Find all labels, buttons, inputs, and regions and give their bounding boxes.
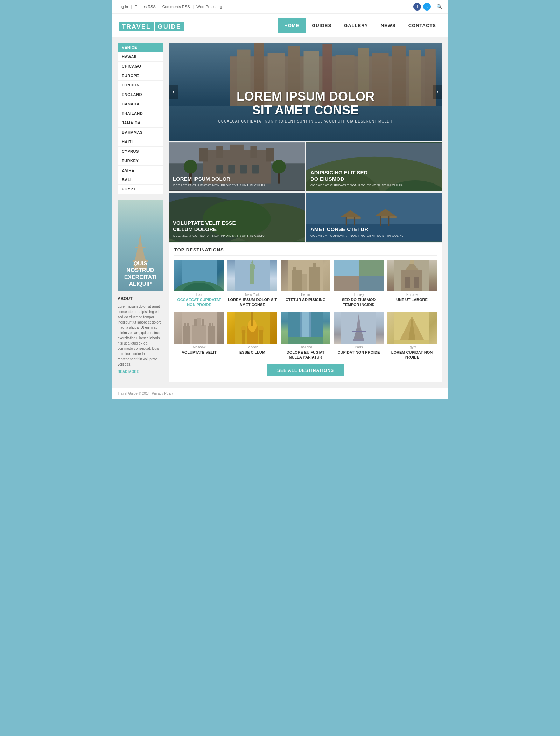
- svg-rect-88: [242, 330, 245, 344]
- dest-europe[interactable]: Europe UNT UT LABORE: [387, 260, 437, 307]
- facebook-button[interactable]: f: [413, 3, 421, 11]
- dest-moscow-title: VOLUPTATE VELIT: [174, 350, 224, 355]
- dest-thailand-location: Thailand: [281, 345, 330, 349]
- see-all-wrapper: SEE ALL DESTINATIONS: [174, 364, 437, 376]
- svg-rect-107: [394, 340, 429, 344]
- dest-thailand[interactable]: Thailand DOLORE EU FUGIAT NULLA PARIATUR: [281, 312, 330, 360]
- about-title: ABOUT: [118, 296, 163, 301]
- sidebar-item-jamaica[interactable]: JAMAICA: [118, 118, 163, 128]
- svg-rect-76: [187, 323, 189, 328]
- dest-turkey-img: [334, 260, 384, 291]
- svg-marker-0: [139, 233, 142, 243]
- sidebar-item-thailand[interactable]: THAILAND: [118, 109, 163, 118]
- sidebar-item-canada[interactable]: CANADA: [118, 99, 163, 109]
- grid-card-3[interactable]: VOLUPTATE VELIT ESSE CILLUM DOLORE OCCAE…: [169, 193, 305, 242]
- section-title: TOP DESTINATIONS: [174, 247, 437, 256]
- hero-text: LOREM IPSUM DOLOR SIT AMET CONSE OCCAECA…: [169, 90, 442, 123]
- svg-rect-83: [212, 323, 214, 328]
- sidebar-item-venice[interactable]: VENICE: [118, 43, 163, 52]
- dest-turkey[interactable]: Turkey SED DO EIUSMOD TEMPOR INCIDID: [334, 260, 384, 307]
- wordpress-link[interactable]: WordPress.org: [196, 5, 222, 9]
- dest-ny-img: [227, 260, 277, 291]
- svg-rect-103: [354, 326, 364, 326]
- sidebar-item-london[interactable]: LONDON: [118, 81, 163, 90]
- svg-rect-97: [288, 337, 323, 344]
- grid-card-1[interactable]: LOREM IPSUM DOLOR OCCAECAT CUPIDATAT NON…: [169, 142, 305, 191]
- sidebar-item-bali[interactable]: BALI: [118, 175, 163, 185]
- nav-guides[interactable]: GUIDES: [306, 18, 338, 33]
- sidebar-item-zaire[interactable]: ZAIRE: [118, 166, 163, 175]
- dest-turkey-title: SED DO EIUSMOD TEMPOR INCIDID: [334, 297, 384, 307]
- dest-paris-title: CUPIDAT NON PROIDE: [334, 350, 384, 355]
- dest-berlin-title: CTETUR ADIPISICING: [281, 297, 330, 302]
- svg-rect-82: [209, 323, 211, 328]
- nav-news[interactable]: NEWS: [374, 18, 402, 33]
- top-bar: Log in | Entries RSS | Comments RSS | Wo…: [112, 0, 448, 14]
- dest-bali-img: [174, 260, 224, 291]
- logo-main: TRAVEL: [119, 22, 154, 31]
- sidebar-item-england[interactable]: ENGLAND: [118, 90, 163, 99]
- svg-rect-75: [184, 323, 186, 328]
- twitter-button[interactable]: t: [423, 3, 431, 11]
- hero-title: LOREM IPSUM DOLOR SIT AMET CONSE: [169, 90, 442, 117]
- dest-london[interactable]: London ESSE CILLUM: [227, 312, 277, 360]
- nav-home[interactable]: HOME: [278, 18, 306, 33]
- content-area: LOREM IPSUM DOLOR SIT AMET CONSE OCCAECA…: [169, 43, 442, 382]
- about-text: Lorem ipsum dolor sit amet conse ctetur …: [118, 304, 163, 367]
- hero-subtitle: OCCAECAT CUPIDATAT NON PROIDENT SUNT IN …: [169, 119, 442, 123]
- nav-contacts[interactable]: CONTACTS: [402, 18, 442, 33]
- dest-berlin[interactable]: Berlin CTETUR ADIPISICING: [281, 260, 330, 307]
- svg-rect-2: [135, 247, 146, 248]
- card-text-3: VOLUPTATE VELIT ESSE CILLUM DOLORE OCCAE…: [173, 220, 266, 237]
- card-text-2: ADIPISICING ELIT SED DO EIUSMOD OCCAECAT…: [310, 169, 403, 187]
- svg-rect-62: [292, 270, 302, 291]
- hero-slider: LOREM IPSUM DOLOR SIT AMET CONSE OCCAECA…: [169, 43, 442, 141]
- dest-newyork[interactable]: New York LOREM IPSUM DOLOR SIT AMET CONS…: [227, 260, 277, 307]
- sidebar-item-chicago[interactable]: CHICAGO: [118, 62, 163, 71]
- see-all-button[interactable]: SEE ALL DESTINATIONS: [267, 364, 344, 376]
- dest-egypt[interactable]: Egypt LOREM CUPIDAT NON PROIDE: [387, 312, 437, 360]
- svg-marker-1: [136, 243, 145, 256]
- top-destinations: TOP DESTINATIONS Bali OCCAEC: [169, 243, 442, 382]
- promo-text: QUIS NOSTRUD EXERCITATI ALIQUIP: [118, 257, 163, 291]
- dest-turkey-location: Turkey: [334, 293, 384, 297]
- sidebar-item-bahamas[interactable]: BAHAMAS: [118, 128, 163, 137]
- svg-point-59: [250, 263, 255, 270]
- dest-egypt-title: LOREM CUPIDAT NON PROIDE: [387, 350, 437, 360]
- dest-europe-title: UNT UT LABORE: [387, 297, 437, 302]
- grid-card-4[interactable]: AMET CONSE CTETUR OCCAECAT CUPIDATAT NON…: [306, 193, 442, 242]
- privacy-policy-link[interactable]: Privacy Policy: [152, 391, 174, 395]
- top-bar-links: Log in | Entries RSS | Comments RSS | Wo…: [118, 5, 222, 9]
- hero-next-button[interactable]: ›: [433, 85, 442, 99]
- main-layout: VENICE HAWAII CHICAGO EUROPE LONDON ENGL…: [112, 37, 448, 388]
- read-more-link[interactable]: READ MORE: [118, 370, 139, 374]
- sidebar-item-europe[interactable]: EUROPE: [118, 71, 163, 81]
- svg-rect-70: [410, 260, 414, 264]
- svg-rect-79: [202, 319, 204, 326]
- grid-card-2[interactable]: ADIPISICING ELIT SED DO EIUSMOD OCCAECAT…: [306, 142, 442, 191]
- hero-prev-button[interactable]: ‹: [169, 85, 178, 99]
- sidebar-item-haiti[interactable]: HAITI: [118, 137, 163, 147]
- dest-moscow[interactable]: Moscow VOLUPTATE VELIT: [174, 312, 224, 360]
- footer-text: Travel Guide © 2014.: [118, 391, 151, 395]
- login-link[interactable]: Log in: [118, 5, 128, 9]
- image-grid: LOREM IPSUM DOLOR OCCAECAT CUPIDATAT NON…: [169, 142, 442, 242]
- card-text-4: AMET CONSE CTETUR OCCAECAT CUPIDATAT NON…: [310, 226, 403, 237]
- sidebar: VENICE HAWAII CHICAGO EUROPE LONDON ENGL…: [118, 43, 163, 382]
- main-nav: HOME GUIDES GALLERY NEWS CONTACTS: [278, 18, 442, 33]
- sidebar-item-turkey[interactable]: TURKEY: [118, 156, 163, 166]
- comments-rss-link[interactable]: Comments RSS: [162, 5, 190, 9]
- dest-paris[interactable]: Paris CUPIDAT NON PROIDE: [334, 312, 384, 360]
- svg-rect-72: [414, 277, 419, 288]
- dest-moscow-location: Moscow: [174, 345, 224, 349]
- sidebar-item-hawaii[interactable]: HAWAII: [118, 52, 163, 62]
- sidebar-item-cyprus[interactable]: CYPRUS: [118, 147, 163, 156]
- svg-rect-63: [309, 267, 320, 291]
- nav-gallery[interactable]: GALLERY: [338, 18, 374, 33]
- dest-bali[interactable]: Bali OCCAECAT CUPIDATAT NON PROIDE: [174, 260, 224, 307]
- svg-rect-68: [401, 270, 422, 291]
- sidebar-item-egypt[interactable]: EGYPT: [118, 185, 163, 194]
- dest-london-location: London: [227, 345, 277, 349]
- search-icon[interactable]: 🔍: [436, 4, 442, 9]
- entries-rss-link[interactable]: Entries RSS: [135, 5, 156, 9]
